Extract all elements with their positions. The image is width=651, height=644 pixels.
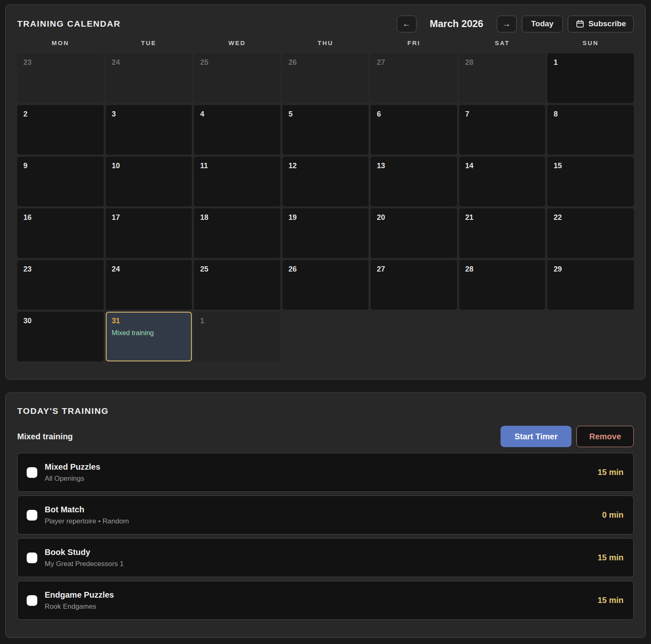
- training-item-text: Bot MatchPlayer repertoire • Random: [45, 505, 602, 525]
- training-item-checkbox[interactable]: [27, 510, 37, 521]
- training-item[interactable]: Book StudyMy Great Predecessors 115 min: [17, 538, 634, 577]
- arrow-left-icon: ←: [403, 19, 411, 29]
- day-number: 2: [23, 110, 104, 119]
- todays-training-title: TODAY'S TRAINING: [17, 393, 634, 416]
- calendar-day-cell[interactable]: 27: [371, 260, 457, 310]
- calendar-day-cell[interactable]: 20: [371, 208, 457, 258]
- day-number: 26: [289, 265, 369, 274]
- day-number: 28: [465, 265, 546, 274]
- day-number: 23: [23, 265, 104, 274]
- day-number: 25: [200, 58, 280, 67]
- calendar-day-cell[interactable]: 28: [459, 53, 546, 103]
- calendar-day-cell[interactable]: 12: [282, 157, 369, 206]
- calendar-day-cell[interactable]: 13: [371, 157, 457, 206]
- calendar-cell-empty: [547, 312, 634, 361]
- training-calendar-panel: TRAINING CALENDAR ← March 2026 → Today: [5, 5, 646, 379]
- calendar-day-cell[interactable]: 14: [459, 157, 546, 206]
- calendar-day-cell-selected[interactable]: 31Mixed training: [106, 312, 192, 361]
- calendar-day-cell[interactable]: 18: [194, 208, 280, 258]
- calendar-day-cell[interactable]: 25: [194, 260, 280, 310]
- plan-name: Mixed training: [17, 432, 73, 441]
- calendar-cell-empty: [371, 312, 457, 361]
- day-header-tue: TUE: [106, 39, 192, 46]
- calendar-day-cell[interactable]: 4: [194, 105, 280, 155]
- calendar-day-cell[interactable]: 26: [282, 260, 369, 310]
- day-number: 1: [200, 317, 280, 325]
- start-timer-button[interactable]: Start Timer: [501, 426, 571, 447]
- calendar-day-cell[interactable]: 26: [282, 53, 369, 103]
- todays-training-panel: TODAY'S TRAINING Mixed training Start Ti…: [5, 393, 646, 638]
- day-header-sun: SUN: [547, 39, 634, 46]
- day-number: 27: [377, 58, 457, 67]
- day-number: 16: [23, 213, 104, 222]
- day-number: 14: [465, 162, 546, 170]
- calendar-day-cell[interactable]: 23: [17, 260, 104, 310]
- day-number: 31: [112, 317, 191, 325]
- calendar-grid: 2324252627281234567891011121314151617181…: [17, 53, 634, 361]
- day-number: 20: [377, 213, 457, 222]
- calendar-day-cell[interactable]: 28: [459, 260, 546, 310]
- calendar-day-cell[interactable]: 2: [17, 105, 104, 155]
- day-number: 6: [377, 110, 457, 119]
- training-item-subtitle: Player repertoire • Random: [45, 517, 602, 525]
- day-header-fri: FRI: [371, 39, 457, 46]
- calendar-day-cell[interactable]: 16: [17, 208, 104, 258]
- day-number: 28: [465, 58, 546, 67]
- day-number: 15: [553, 162, 634, 170]
- training-item-checkbox[interactable]: [27, 553, 37, 563]
- calendar-day-cell[interactable]: 6: [371, 105, 457, 155]
- plan-row: Mixed training Start Timer Remove: [17, 426, 634, 447]
- calendar-day-cell[interactable]: 5: [282, 105, 369, 155]
- calendar-day-cell[interactable]: 7: [459, 105, 546, 155]
- calendar-day-cell[interactable]: 24: [106, 260, 192, 310]
- day-number: 8: [553, 110, 634, 119]
- calendar-day-cell[interactable]: 1: [547, 53, 634, 103]
- subscribe-button-label: Subscribe: [588, 19, 626, 28]
- day-number: 5: [289, 110, 369, 119]
- calendar-day-cell[interactable]: 3: [106, 105, 192, 155]
- prev-month-button[interactable]: ←: [397, 16, 417, 32]
- calendar-day-cell[interactable]: 10: [106, 157, 192, 206]
- training-item-title: Mixed Puzzles: [45, 462, 598, 472]
- day-number: 29: [553, 265, 634, 274]
- training-item[interactable]: Bot MatchPlayer repertoire • Random0 min: [17, 496, 634, 534]
- calendar-day-cell[interactable]: 27: [371, 53, 457, 103]
- calendar-icon: [576, 19, 585, 28]
- calendar-day-cell[interactable]: 15: [547, 157, 634, 206]
- calendar-day-cell[interactable]: 8: [547, 105, 634, 155]
- calendar-day-cell[interactable]: 19: [282, 208, 369, 258]
- next-month-button[interactable]: →: [497, 16, 517, 32]
- calendar-day-cell[interactable]: 21: [459, 208, 546, 258]
- calendar-day-cell[interactable]: 17: [106, 208, 192, 258]
- day-number: 18: [200, 213, 280, 222]
- day-number: 12: [289, 162, 369, 170]
- remove-button[interactable]: Remove: [576, 426, 634, 447]
- day-number: 21: [465, 213, 546, 222]
- training-item[interactable]: Mixed PuzzlesAll Openings15 min: [17, 453, 634, 492]
- calendar-day-cell[interactable]: 29: [547, 260, 634, 310]
- calendar-day-cell[interactable]: 25: [194, 53, 280, 103]
- training-item-checkbox[interactable]: [27, 595, 37, 606]
- training-item-text: Book StudyMy Great Predecessors 1: [45, 548, 598, 568]
- calendar-day-cell[interactable]: 23: [17, 53, 104, 103]
- calendar-day-cell[interactable]: 11: [194, 157, 280, 206]
- training-item-duration: 15 min: [598, 468, 624, 477]
- day-number: 24: [112, 58, 192, 67]
- training-item[interactable]: Endgame PuzzlesRook Endgames15 min: [17, 581, 634, 620]
- today-button-label: Today: [531, 19, 554, 28]
- subscribe-button[interactable]: Subscribe: [568, 16, 634, 32]
- remove-label: Remove: [589, 432, 621, 441]
- training-item-duration: 0 min: [602, 510, 624, 520]
- calendar-day-cell[interactable]: 9: [17, 157, 104, 206]
- day-number: 1: [553, 58, 634, 67]
- calendar-day-cell[interactable]: 30: [17, 312, 104, 361]
- today-button[interactable]: Today: [522, 16, 563, 32]
- training-item-text: Endgame PuzzlesRook Endgames: [45, 590, 598, 611]
- training-item-checkbox[interactable]: [27, 467, 37, 478]
- day-number: 11: [200, 162, 280, 170]
- calendar-day-cell[interactable]: 22: [547, 208, 634, 258]
- calendar-day-cell[interactable]: 24: [106, 53, 192, 103]
- day-number: 19: [289, 213, 369, 222]
- calendar-day-cell[interactable]: 1: [194, 312, 280, 361]
- day-number: 24: [112, 265, 192, 274]
